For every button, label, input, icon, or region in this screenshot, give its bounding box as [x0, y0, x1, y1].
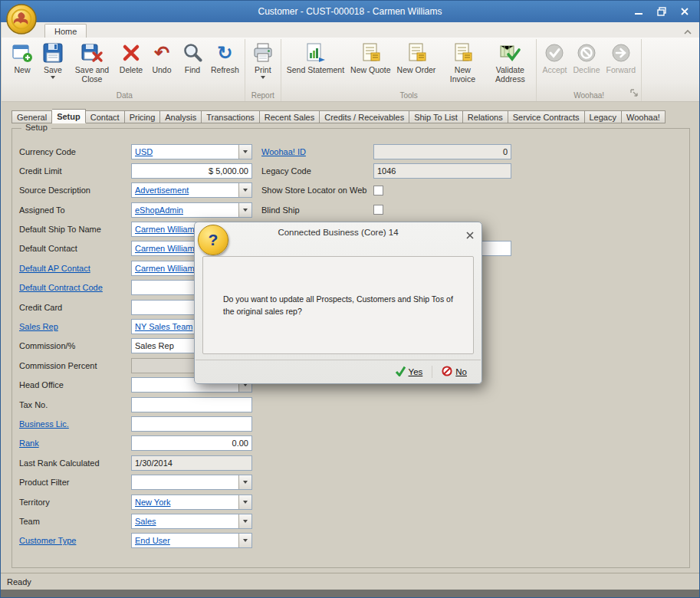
close-icon[interactable]: [679, 6, 690, 17]
tab-relations[interactable]: Relations: [463, 110, 508, 123]
sales-rep-link[interactable]: Sales Rep: [19, 322, 131, 331]
decline-icon: [575, 41, 598, 65]
team-label: Team: [19, 517, 131, 526]
no-prohibit-icon: [442, 366, 452, 378]
save-and-close-button[interactable]: Save and Close: [68, 39, 116, 84]
new-order-button[interactable]: New Order: [394, 39, 439, 74]
button-label: Find: [185, 65, 200, 74]
combo-arrow-icon[interactable]: [238, 495, 251, 509]
new-quote-button[interactable]: New Quote: [347, 39, 394, 74]
minimize-icon[interactable]: [633, 6, 644, 17]
woohaa-id-link[interactable]: Woohaa! ID: [261, 147, 373, 156]
undo-button[interactable]: ↶ Undo: [146, 39, 177, 74]
combo-arrow-icon[interactable]: [238, 145, 251, 159]
ribbon-group-label: Data: [7, 90, 242, 101]
tax-no-input[interactable]: [131, 397, 252, 412]
accept-icon: [543, 41, 566, 65]
input-value: 1046: [377, 166, 508, 176]
show-store-locator-checkbox[interactable]: [373, 186, 383, 196]
tab-contact[interactable]: Contact: [86, 110, 125, 123]
new-invoice-icon: [451, 41, 474, 65]
button-label: Accept: [542, 65, 567, 74]
window-controls: [633, 1, 690, 22]
legacy-code-input: 1046: [373, 163, 511, 179]
combo-value: eShopAdmin: [135, 205, 236, 215]
confirmation-dialog: Connected Business (Core) 14 ? Do you wa…: [194, 222, 482, 384]
product-filter-combo[interactable]: [131, 475, 252, 490]
form-row: Currency Code USD: [19, 143, 258, 159]
currency-code-combo[interactable]: USD: [131, 144, 252, 159]
combo-arrow-icon[interactable]: [238, 475, 251, 489]
tab-service-contracts[interactable]: Service Contracts: [508, 110, 585, 123]
team-combo[interactable]: Sales: [131, 514, 252, 529]
validate-address-button[interactable]: Validate Address: [486, 39, 534, 84]
delete-icon: [120, 41, 143, 65]
find-button[interactable]: Find: [177, 39, 208, 74]
home-tab-label: Home: [54, 27, 77, 36]
button-label: New Quote: [350, 65, 391, 74]
business-lic-link[interactable]: Business Lic.: [19, 419, 131, 429]
product-filter-label: Product Filter: [19, 478, 131, 487]
tab-general[interactable]: General: [12, 110, 52, 123]
combo-arrow-icon[interactable]: [238, 514, 251, 528]
combo-arrow-icon[interactable]: [238, 183, 251, 197]
validate-address-icon: [498, 41, 521, 65]
ribbon-group-data: New Save Save and Close: [5, 39, 245, 101]
credit-limit-input[interactable]: $ 5,000.00: [131, 163, 252, 179]
status-text: Ready: [7, 577, 31, 586]
save-button[interactable]: Save: [38, 39, 68, 79]
window-footer-strip: [1, 590, 699, 598]
tab-setup[interactable]: Setup: [52, 109, 86, 123]
decline-button[interactable]: Decline: [570, 39, 603, 74]
customer-type-combo[interactable]: End User: [131, 533, 252, 548]
form-row: Product Filter: [19, 475, 258, 491]
form-row: Business Lic.: [19, 416, 258, 432]
tab-ship-to-list[interactable]: Ship To List: [409, 110, 463, 123]
new-button[interactable]: New: [7, 39, 38, 74]
source-description-combo[interactable]: Advertisement: [131, 182, 252, 198]
combo-arrow-icon[interactable]: [238, 534, 251, 547]
print-button[interactable]: Print: [248, 39, 278, 79]
undo-icon: ↶: [154, 41, 169, 65]
territory-combo[interactable]: New York: [131, 495, 252, 510]
forward-button[interactable]: Forward: [603, 39, 639, 74]
app-window: Customer - CUST-000018 - Carmen Williams: [0, 0, 700, 598]
dialog-close-icon[interactable]: [466, 228, 474, 242]
ribbon-group-label: Tools: [284, 90, 534, 101]
accept-button[interactable]: Accept: [539, 39, 570, 74]
blind-ship-checkbox[interactable]: [373, 205, 383, 215]
button-label: Validate Address: [489, 65, 531, 84]
default-contract-code-link[interactable]: Default Contract Code: [19, 283, 131, 292]
send-statement-button[interactable]: Send Statement: [284, 39, 347, 74]
new-invoice-button[interactable]: New Invoice: [439, 39, 486, 84]
tab-analysis[interactable]: Analysis: [160, 110, 202, 123]
customer-type-link[interactable]: Customer Type: [19, 536, 131, 545]
refresh-button[interactable]: ↻ Refresh: [208, 39, 242, 74]
button-label: Undo: [152, 65, 171, 74]
ribbon-tab-home[interactable]: Home: [44, 24, 87, 38]
assigned-to-combo[interactable]: eShopAdmin: [131, 202, 252, 218]
ribbon-group-report: Print Report: [245, 39, 281, 101]
tab-transactions[interactable]: Transactions: [202, 110, 260, 123]
rank-link[interactable]: Rank: [19, 439, 131, 448]
yes-button[interactable]: Yes: [389, 364, 429, 380]
delete-button[interactable]: Delete: [116, 39, 146, 74]
no-button[interactable]: No: [435, 364, 473, 380]
tab-credits-receivables[interactable]: Credits / Receivables: [320, 110, 409, 123]
tab-pricing[interactable]: Pricing: [125, 110, 161, 123]
default-ap-contact-link[interactable]: Default AP Contact: [19, 264, 131, 273]
tab-legacy[interactable]: Legacy: [585, 110, 622, 123]
restore-icon[interactable]: [656, 6, 667, 17]
business-lic-input[interactable]: [131, 416, 252, 432]
group-dialog-launcher-icon[interactable]: [630, 87, 639, 100]
tab-recent-sales[interactable]: Recent Sales: [260, 110, 320, 123]
record-tabstrip: General Setup Contact Pricing Analysis T…: [12, 109, 665, 123]
app-logo-icon[interactable]: [5, 3, 38, 35]
refresh-icon: ↻: [217, 41, 232, 65]
tab-woohaa[interactable]: Woohaa!: [622, 110, 665, 123]
rank-input[interactable]: 0.00: [131, 435, 252, 451]
button-separator: [432, 366, 432, 378]
combo-arrow-icon[interactable]: [238, 203, 251, 217]
form-row: Tax No.: [19, 396, 258, 412]
ribbon-tab-row: Home: [2, 22, 700, 38]
